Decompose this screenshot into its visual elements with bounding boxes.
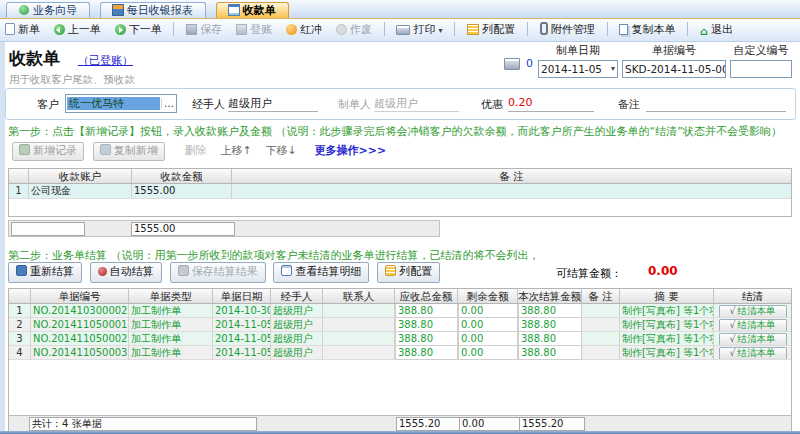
column-config-button[interactable]: 列配置 xyxy=(463,21,519,39)
clear-cell: √结清本单 xyxy=(714,318,791,332)
column-grid-icon xyxy=(385,265,396,276)
table-row[interactable]: 3 NO.201411050002 加工制作单 2014-11-05 超级用户 … xyxy=(9,332,791,346)
tab-business-wizard[interactable]: 业务向导 xyxy=(6,2,90,18)
row-number: 1 xyxy=(9,184,29,199)
step2-button-row: 重新结算 自动结算 保存结算结果 查看结算明细 列配置 可结算金额： 0.00 xyxy=(0,262,800,283)
table-row[interactable]: 1 NO.201410300002 加工制作单 2014-10-30 超级用户 … xyxy=(9,304,791,318)
remark-cell xyxy=(582,332,620,346)
doc-number-input[interactable]: SKD-2014-11-05-0001 xyxy=(622,60,726,78)
remaining-cell: 0.00 xyxy=(458,332,518,346)
summary-cell: 制作[写真布] 等1个项目 xyxy=(620,304,714,318)
clear-cell: √结清本单 xyxy=(714,346,791,360)
copy-icon xyxy=(619,24,628,35)
table-row[interactable]: 2 NO.201411050001 加工制作单 2014-11-05 超级用户 … xyxy=(9,318,791,332)
paperclip-icon xyxy=(540,22,548,35)
copy-add-icon xyxy=(100,144,111,155)
clear-cell: √结清本单 xyxy=(714,332,791,346)
table1-total-blank-box xyxy=(11,222,85,236)
column-grid-icon xyxy=(467,24,479,35)
new-doc-icon xyxy=(5,23,15,35)
doc-header: 收款单 （已登账） 用于收取客户尾款、预收款 0 制单日期 2014-11-05… xyxy=(0,42,800,88)
remark-cell xyxy=(582,346,620,360)
contact-cell xyxy=(323,318,395,332)
table-row[interactable]: 1 公司现金 1555.00 xyxy=(9,184,791,199)
receivable-cell: 388.80 xyxy=(395,318,458,332)
remaining-cell: 0.00 xyxy=(458,318,518,332)
next-doc-button[interactable]: 下一单 xyxy=(111,21,166,39)
tab-daily-cashier-report[interactable]: 每日收银报表 xyxy=(100,2,206,18)
table-row[interactable]: 4 NO.201411050003 加工制作单 2014-11-05 超级用户 … xyxy=(9,346,791,360)
receivable-cell: 388.80 xyxy=(395,346,458,360)
settle-amount-cell[interactable]: 388.80 xyxy=(518,346,582,360)
more-operations-link[interactable]: 更多操作>>> xyxy=(315,144,387,157)
date-dropdown-arrow-icon[interactable]: ▾ xyxy=(611,61,615,77)
window-left-strip xyxy=(0,42,5,432)
resettle-icon xyxy=(16,265,27,276)
settleable-amount-label: 可结算金额： xyxy=(556,266,622,281)
table1-rownum-header xyxy=(9,169,29,184)
report-grid-icon xyxy=(113,5,123,15)
handler-cell: 超级用户 xyxy=(271,332,323,346)
customer-input[interactable]: 统一优马特 … xyxy=(65,94,177,113)
doc-number-field-group: 单据编号 SKD-2014-11-05-0001 xyxy=(622,43,726,78)
maker-value: 超级用户 xyxy=(374,96,459,112)
move-up-button[interactable]: 上移↑ xyxy=(220,144,251,157)
toolbar-separator xyxy=(527,22,528,36)
auto-settle-button[interactable]: 自动结算 xyxy=(90,262,162,283)
clear-doc-button[interactable]: √结清本单 xyxy=(719,319,787,332)
check-icon: √ xyxy=(729,347,735,358)
clear-doc-button[interactable]: √结清本单 xyxy=(719,305,787,318)
new-doc-button[interactable]: 新单 xyxy=(1,21,44,39)
exit-home-icon: ⌂ xyxy=(700,23,708,34)
add-record-icon xyxy=(19,144,30,155)
table2-total-row: 共计：4 张单据 1555.20 0.00 1555.20 xyxy=(9,415,791,431)
receipt-form-icon xyxy=(229,5,239,15)
copy-doc-button[interactable]: 复制本单 xyxy=(615,21,679,39)
total-count-box: 共计：4 张单据 xyxy=(29,417,257,431)
settleable-amount-value: 0.00 xyxy=(648,264,678,278)
settle-amount-cell[interactable]: 388.80 xyxy=(518,318,582,332)
doc-date-header: 单据日期 xyxy=(213,289,271,304)
handler-header: 经手人 xyxy=(271,289,323,304)
table1-empty-area xyxy=(9,199,791,216)
discount-input[interactable]: 0.20 xyxy=(508,96,594,112)
discount-label: 优惠 xyxy=(481,97,503,112)
doc-type-header: 单据类型 xyxy=(129,289,213,304)
row-number: 3 xyxy=(9,332,31,346)
doc-type-cell: 加工制作单 xyxy=(129,346,213,360)
tab-receipt-form[interactable]: 收款单 xyxy=(216,2,289,18)
handler-input[interactable]: 超级用户 xyxy=(228,96,318,112)
table2-rownum-header xyxy=(9,289,31,304)
red-reverse-button[interactable]: 红冲 xyxy=(282,21,326,39)
table2-column-config-button[interactable]: 列配置 xyxy=(377,262,440,283)
customer-picker-button[interactable]: … xyxy=(161,98,176,109)
exit-button[interactable]: ⌂退出 xyxy=(696,21,737,39)
prev-doc-button[interactable]: 上一单 xyxy=(50,21,105,39)
doc-date-input[interactable]: 2014-11-05▾ xyxy=(538,60,618,78)
settle-amount-cell[interactable]: 388.80 xyxy=(518,332,582,346)
settle-amount-cell[interactable]: 388.80 xyxy=(518,304,582,318)
post-icon xyxy=(236,24,247,35)
printer-icon[interactable] xyxy=(504,58,520,70)
check-icon: √ xyxy=(729,319,735,330)
resettle-button[interactable]: 重新结算 xyxy=(8,262,82,283)
custom-number-input[interactable] xyxy=(730,60,792,78)
print-dropdown-arrow-icon: ▾ xyxy=(438,26,442,35)
clear-doc-button[interactable]: √结清本单 xyxy=(719,333,787,346)
attachment-button[interactable]: 附件管理 xyxy=(536,21,599,39)
clear-doc-button[interactable]: √结清本单 xyxy=(719,347,787,360)
view-settle-detail-button[interactable]: 查看结算明细 xyxy=(273,262,369,283)
row-number: 2 xyxy=(9,318,31,332)
doc-type-cell: 加工制作单 xyxy=(129,304,213,318)
form-panel: 客户 统一优马特 … 经手人 超级用户 制单人 超级用户 优惠 0.20 备注 xyxy=(5,88,796,120)
remark-input[interactable] xyxy=(646,96,786,112)
table1-amount-header: 收款金额 xyxy=(132,169,232,184)
contact-cell xyxy=(323,346,395,360)
print-count: 0 xyxy=(526,57,533,70)
print-button[interactable]: 打印▾ xyxy=(392,21,446,39)
page-title: 收款单 xyxy=(9,47,60,70)
move-down-button[interactable]: 下移↓ xyxy=(266,144,297,157)
posted-status-link[interactable]: （已登账） xyxy=(78,53,133,68)
void-button: 作废 xyxy=(332,21,376,39)
receivable-cell: 388.80 xyxy=(395,332,458,346)
